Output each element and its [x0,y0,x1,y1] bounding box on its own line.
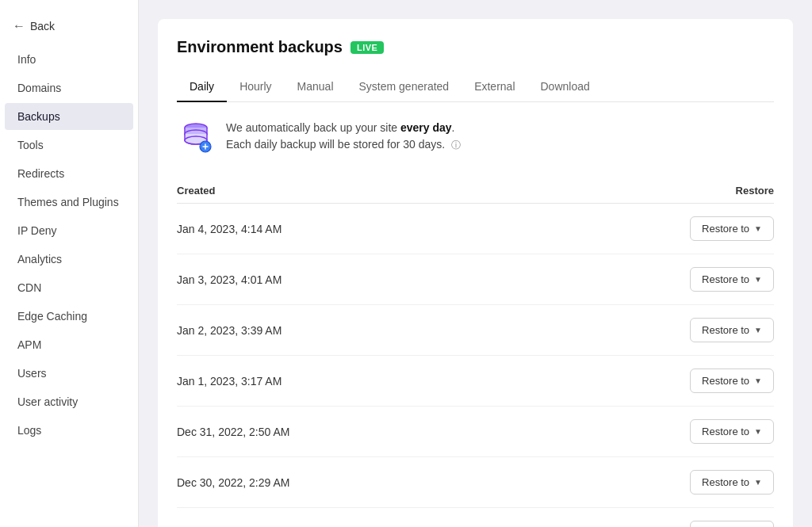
table-row: Jan 4, 2023, 4:14 AMRestore to ▼ [177,204,774,254]
sidebar-item-edge-caching[interactable]: Edge Caching [5,303,133,330]
chevron-down-icon: ▼ [754,224,762,233]
chevron-down-icon: ▼ [754,275,762,284]
restore-to-button[interactable]: Restore to ▼ [690,216,774,241]
main-content: Environment backups LIVE DailyHourlyManu… [139,0,812,527]
tabs-bar: DailyHourlyManualSystem generatedExterna… [177,72,774,102]
backup-date: Dec 31, 2022, 2:50 AM [177,426,289,438]
restore-btn-label: Restore to [702,223,749,235]
info-text-line2: Each daily backup will be stored for 30 … [226,138,445,151]
col-restore: Restore [736,185,774,197]
info-text-prefix: We automatically back up your site [226,121,400,134]
info-text: We automatically back up your site every… [226,118,461,153]
page-header: Environment backups LIVE [177,38,774,56]
live-badge: LIVE [350,41,384,54]
restore-to-button[interactable]: Restore to ▼ [690,369,774,393]
col-created: Created [177,185,215,197]
sidebar-item-cdn[interactable]: CDN [5,274,133,301]
backup-date: Jan 1, 2023, 3:17 AM [177,375,282,388]
backup-date: Jan 4, 2023, 4:14 AM [177,223,282,235]
restore-to-button[interactable]: Restore to ▼ [690,470,774,495]
sidebar: ← Back InfoDomainsBackupsToolsRedirectsT… [0,0,139,527]
sidebar-item-domains[interactable]: Domains [5,74,133,101]
backup-rows-container: Jan 4, 2023, 4:14 AMRestore to ▼Jan 3, 2… [177,204,774,527]
table-row: Jan 2, 2023, 3:39 AMRestore to ▼ [177,305,774,356]
sidebar-item-logs[interactable]: Logs [5,417,133,444]
info-box: We automatically back up your site every… [177,118,774,159]
sidebar-item-backups[interactable]: Backups [5,103,133,130]
table-row: Dec 31, 2022, 2:50 AMRestore to ▼ [177,407,774,457]
restore-to-button[interactable]: Restore to ▼ [690,419,774,444]
table-header: Created Restore [177,178,774,204]
restore-to-button[interactable]: Restore to ▼ [690,267,774,292]
chevron-down-icon: ▼ [754,376,762,385]
back-label: Back [30,20,55,32]
sidebar-item-info[interactable]: Info [5,46,133,73]
sidebar-item-redirects[interactable]: Redirects [5,160,133,187]
backup-date: Dec 30, 2022, 2:29 AM [177,476,289,489]
restore-btn-label: Restore to [702,476,749,488]
sidebar-item-tools[interactable]: Tools [5,132,133,158]
content-card: Environment backups LIVE DailyHourlyManu… [158,19,793,527]
restore-to-button[interactable]: Restore to ▼ [690,318,774,342]
sidebar-nav: InfoDomainsBackupsToolsRedirectsThemes a… [0,46,138,444]
sidebar-item-themes-plugins[interactable]: Themes and Plugins [5,189,133,216]
back-button[interactable]: ← Back [0,13,138,46]
restore-to-button[interactable]: Restore to ▼ [690,521,774,527]
tab-hourly[interactable]: Hourly [227,72,284,102]
restore-btn-label: Restore to [702,375,749,387]
info-text-bold: every day [400,121,452,134]
sidebar-item-analytics[interactable]: Analytics [5,246,133,273]
backup-date: Jan 2, 2023, 3:39 AM [177,324,282,337]
chevron-down-icon: ▼ [754,326,762,334]
info-text-suffix: . [452,121,455,134]
sidebar-item-user-activity[interactable]: User activity [5,388,133,415]
restore-btn-label: Restore to [702,324,749,336]
page-title: Environment backups [177,38,343,56]
chevron-down-icon: ▼ [754,427,762,436]
table-row: Jan 1, 2023, 3:17 AMRestore to ▼ [177,356,774,407]
tab-external[interactable]: External [462,72,527,102]
backup-date: Jan 3, 2023, 4:01 AM [177,273,282,286]
sidebar-item-users[interactable]: Users [5,360,133,387]
chevron-down-icon: ▼ [754,478,762,487]
database-icon [177,118,215,159]
table-row: Jan 3, 2023, 4:01 AMRestore to ▼ [177,254,774,305]
info-icon: ⓘ [451,139,461,151]
table-row: Dec 30, 2022, 2:29 AMRestore to ▼ [177,457,774,508]
tab-system-generated[interactable]: System generated [347,72,462,102]
sidebar-item-apm[interactable]: APM [5,331,133,358]
back-arrow-icon: ← [13,19,25,33]
sidebar-item-ip-deny[interactable]: IP Deny [5,217,133,244]
table-row: Dec 29, 2022, 2:14 AMRestore to ▼ [177,508,774,527]
tab-daily[interactable]: Daily [177,72,227,102]
tab-manual[interactable]: Manual [285,72,347,102]
tab-download[interactable]: Download [528,72,603,102]
restore-btn-label: Restore to [702,426,749,437]
restore-btn-label: Restore to [702,273,749,285]
